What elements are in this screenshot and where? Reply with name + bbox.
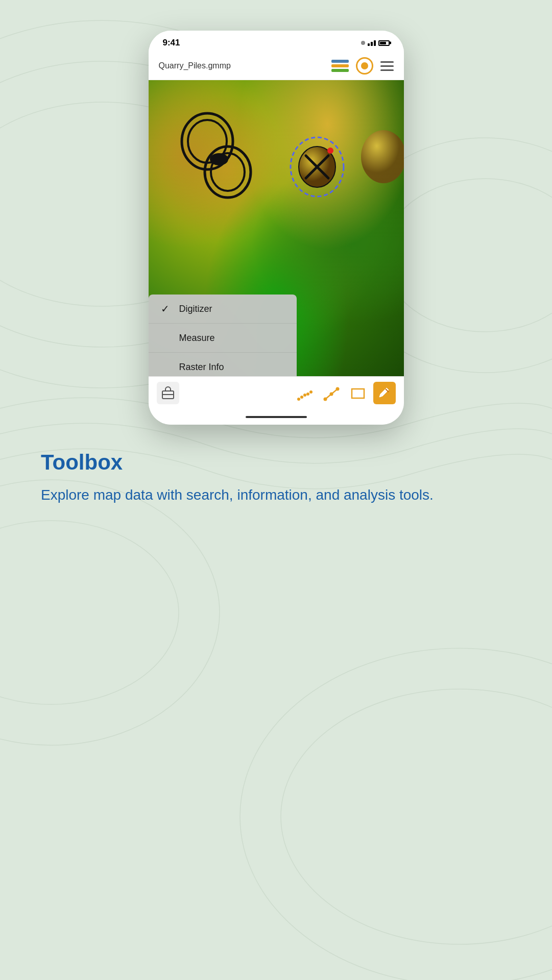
svg-point-19	[327, 148, 333, 154]
svg-point-26	[303, 394, 306, 397]
svg-point-14	[210, 153, 228, 165]
signal-dot-icon	[361, 41, 365, 45]
menu-item-label: Measure	[179, 333, 215, 344]
bottom-toolbar	[149, 376, 404, 409]
check-icon: ✓	[161, 303, 171, 315]
hamburger-menu-icon[interactable]	[380, 61, 394, 71]
phone-shell: 9:41 Quarry_Piles.gmmp	[149, 31, 404, 425]
gps-icon[interactable]	[356, 57, 373, 75]
battery-fill	[380, 42, 387, 44]
svg-rect-33	[352, 389, 364, 398]
home-bar	[246, 416, 307, 418]
svg-point-27	[306, 393, 309, 396]
svg-point-6	[0, 521, 179, 704]
pencil-tool-icon[interactable]	[373, 382, 396, 404]
section-description: Explore map data with search, informatio…	[41, 485, 511, 505]
svg-point-21	[361, 130, 404, 183]
signal-bar-1	[368, 43, 370, 46]
status-time: 9:41	[163, 38, 180, 48]
svg-point-25	[300, 396, 303, 399]
svg-point-5	[240, 648, 552, 980]
section-title: Toolbox	[41, 450, 511, 475]
menu-item-label: Raster Info	[179, 362, 224, 373]
app-toolbar: Quarry_Piles.gmmp	[149, 52, 404, 80]
map-view[interactable]: ✓ Digitizer ✓ Measure ✓ Raster Info ✓ Vo…	[149, 80, 404, 376]
svg-point-4	[281, 689, 552, 944]
svg-point-30	[323, 398, 327, 401]
rectangle-tool-icon[interactable]	[347, 382, 369, 404]
tool-dropdown-menu: ✓ Digitizer ✓ Measure ✓ Raster Info ✓ Vo…	[149, 295, 297, 376]
points-tool-icon[interactable]	[294, 382, 316, 404]
svg-point-32	[335, 387, 339, 391]
battery-icon	[378, 40, 390, 46]
toolbar-icons	[331, 57, 394, 75]
file-name: Quarry_Piles.gmmp	[159, 61, 231, 70]
signal-bar-3	[374, 40, 376, 46]
menu-item-label: Digitizer	[179, 304, 212, 314]
signal-bar-2	[371, 42, 373, 46]
line-tool-icon[interactable]	[320, 382, 343, 404]
menu-item-digitizer[interactable]: ✓ Digitizer	[149, 295, 297, 324]
menu-item-measure[interactable]: ✓ Measure	[149, 324, 297, 353]
svg-point-28	[309, 390, 313, 394]
layers-icon[interactable]	[331, 60, 349, 72]
toolbox-button[interactable]	[157, 382, 179, 404]
menu-item-raster-info[interactable]: ✓ Raster Info	[149, 353, 297, 376]
bottom-section: Toolbox Explore map data with search, in…	[0, 425, 552, 535]
status-icons	[361, 40, 390, 46]
home-indicator	[149, 409, 404, 425]
svg-point-24	[297, 398, 300, 401]
svg-point-31	[329, 393, 333, 396]
signal-bars-icon	[368, 40, 376, 46]
status-bar: 9:41	[149, 31, 404, 52]
